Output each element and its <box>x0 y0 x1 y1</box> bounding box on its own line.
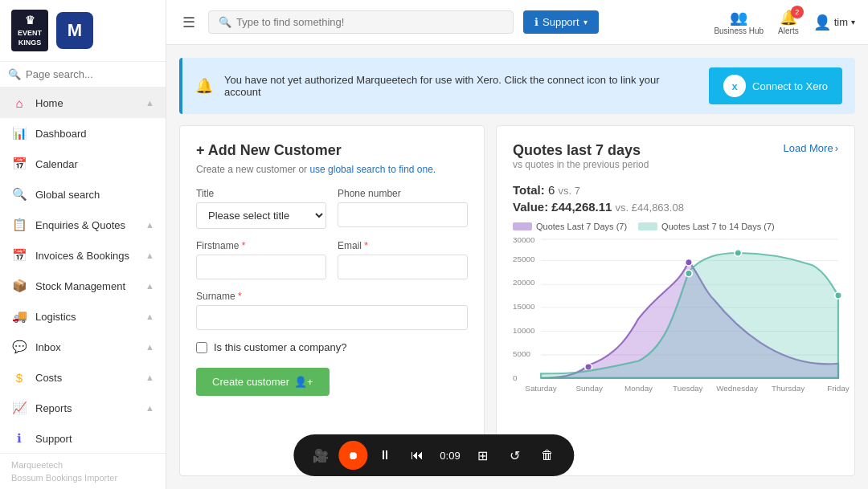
subtitle-static: Create a new customer or <box>196 164 309 175</box>
xero-bell-icon: 🔔 <box>195 77 213 95</box>
camera-button[interactable]: 🎥 <box>306 441 335 470</box>
marqueetech-logo: M <box>56 12 93 49</box>
svg-point-15 <box>686 259 693 265</box>
rewind-icon: ⏮ <box>411 448 424 463</box>
support-info-icon: ℹ <box>534 16 538 28</box>
svg-text:Sunday: Sunday <box>576 384 604 393</box>
form-group-surname: Surname * <box>196 291 468 330</box>
support-chevron-icon: ▾ <box>583 18 588 26</box>
email-input[interactable] <box>338 255 468 279</box>
delete-button[interactable]: 🗑 <box>533 441 562 470</box>
sidebar-item-global-search[interactable]: 🔍 Global search <box>0 179 166 210</box>
page-search-icon: 🔍 <box>8 68 21 80</box>
top-header: ☰ 🔍 ℹ Support ▾ 👥 Business Hub 🔔 2 Alert… <box>166 0 868 45</box>
sidebar-item-reports[interactable]: 📈 Reports ▲ <box>0 393 166 423</box>
create-customer-button[interactable]: Create customer 👤+ <box>196 368 330 396</box>
legend-prev: Quotes Last 7 to 14 Days (7) <box>638 222 775 231</box>
user-menu[interactable]: 👤 tim ▾ <box>813 14 855 31</box>
undo-button[interactable]: ↺ <box>501 441 530 470</box>
email-label: Email * <box>338 240 468 251</box>
logistics-label: Logistics <box>35 311 145 323</box>
sidebar-item-enquiries[interactable]: 📋 Enquiries & Quotes ▲ <box>0 210 166 240</box>
sidebar-item-support[interactable]: ℹ Support <box>0 423 166 453</box>
support-button[interactable]: ℹ Support ▾ <box>523 10 599 34</box>
search-bar-icon: 🔍 <box>219 16 231 28</box>
logistics-chevron-icon: ▲ <box>145 312 154 321</box>
svg-text:Wednesday: Wednesday <box>716 384 758 393</box>
pause-button[interactable]: ⏸ <box>371 441 399 470</box>
stock-chevron-icon: ▲ <box>145 281 154 291</box>
form-group-email: Email * <box>338 240 468 279</box>
stock-label: Stock Management <box>35 280 145 292</box>
hamburger-button[interactable]: ☰ <box>179 10 199 35</box>
business-hub-button[interactable]: 👥 Business Hub <box>714 9 764 35</box>
alerts-badge: 2 <box>791 6 804 18</box>
pause-icon: ⏸ <box>379 448 391 463</box>
sidebar-item-costs[interactable]: $ Costs ▲ <box>0 362 166 393</box>
sidebar-item-logistics[interactable]: 🚚 Logistics ▲ <box>0 301 166 332</box>
surname-input[interactable] <box>196 305 468 330</box>
enquiries-icon: 📋 <box>11 217 27 233</box>
inbox-label: Inbox <box>35 341 145 353</box>
home-icon: ⌂ <box>11 95 27 111</box>
sidebar-item-stock[interactable]: 📦 Stock Management ▲ <box>0 271 166 301</box>
business-hub-label: Business Hub <box>714 26 764 35</box>
svg-text:15000: 15000 <box>513 302 535 311</box>
quotes-title-text: Quotes last 7 days <box>513 142 649 159</box>
invoices-label: Invoices & Bookings <box>35 250 145 262</box>
legend-prev-label: Quotes Last 7 to 14 Days (7) <box>661 222 775 231</box>
nav-footer: Marqueetech Bossum Bookings Importer <box>0 453 166 489</box>
load-more-label: Load More <box>784 142 833 154</box>
home-chevron-icon: ▲ <box>145 98 154 108</box>
total-value: 6 <box>548 183 555 197</box>
record-button[interactable]: ⏺ <box>338 441 367 470</box>
alerts-button[interactable]: 🔔 2 Alerts <box>778 9 799 35</box>
rewind-button[interactable]: ⏮ <box>403 441 432 470</box>
quotes-title: Quotes last 7 days vs quotes in the prev… <box>513 142 649 180</box>
bottom-toolbar: 🎥 ⏺ ⏸ ⏮ 0:09 ⊞ ↺ 🗑 <box>293 434 574 476</box>
create-customer-label: Create customer <box>212 376 289 388</box>
svg-point-17 <box>735 250 742 256</box>
costs-label: Costs <box>35 372 145 384</box>
xero-logo-text: x <box>731 80 737 92</box>
sidebar-item-home[interactable]: ⌂ Home ▲ <box>0 88 166 118</box>
svg-text:30000: 30000 <box>513 236 535 245</box>
reports-label: Reports <box>35 402 145 414</box>
sidebar-item-calendar[interactable]: 📅 Calendar <box>0 149 166 179</box>
legend-current: Quotes Last 7 Days (7) <box>513 222 627 231</box>
form-group-title: Title Please select title Mr Mrs Ms Dr <box>196 188 326 229</box>
load-more-arrow-icon: › <box>835 142 838 154</box>
svg-text:5000: 5000 <box>513 349 531 358</box>
title-select[interactable]: Please select title Mr Mrs Ms Dr <box>196 202 326 229</box>
svg-point-14 <box>585 364 592 370</box>
search-bar-input[interactable] <box>236 16 503 28</box>
user-avatar-icon: 👤 <box>813 14 831 31</box>
stock-icon: 📦 <box>11 278 27 294</box>
grid-button[interactable]: ⊞ <box>469 441 497 470</box>
quotes-svg-chart: 0 5000 10000 15000 20000 25000 30000 <box>513 238 838 382</box>
costs-icon: $ <box>11 369 27 385</box>
is-company-checkbox[interactable] <box>196 342 207 353</box>
form-row-title-phone: Title Please select title Mr Mrs Ms Dr P… <box>196 188 468 229</box>
connect-to-xero-button[interactable]: x Connect to Xero <box>709 67 842 104</box>
svg-text:Thursday: Thursday <box>772 384 805 393</box>
load-more-button[interactable]: Load More › <box>784 142 839 154</box>
surname-required: * <box>238 291 242 302</box>
svg-point-16 <box>686 270 693 276</box>
quotes-subtitle: vs quotes in the previous period <box>513 159 649 170</box>
legend-current-label: Quotes Last 7 Days (7) <box>536 222 627 231</box>
title-label: Title <box>196 188 326 199</box>
inbox-icon: 💬 <box>11 339 27 355</box>
inbox-chevron-icon: ▲ <box>145 342 154 352</box>
phone-input[interactable] <box>338 202 468 227</box>
sidebar-item-dashboard[interactable]: 📊 Dashboard <box>0 118 166 149</box>
record-icon: ⏺ <box>347 449 358 462</box>
global-search-link[interactable]: use global search to find one. <box>309 164 436 175</box>
invoices-chevron-icon: ▲ <box>145 251 154 260</box>
sidebar-item-inbox[interactable]: 💬 Inbox ▲ <box>0 332 166 362</box>
create-customer-icon: 👤+ <box>294 376 313 388</box>
sidebar-item-invoices[interactable]: 📅 Invoices & Bookings ▲ <box>0 240 166 271</box>
firstname-input[interactable] <box>196 255 326 279</box>
quotes-header: Quotes last 7 days vs quotes in the prev… <box>513 142 838 180</box>
page-search-input[interactable] <box>26 68 158 80</box>
